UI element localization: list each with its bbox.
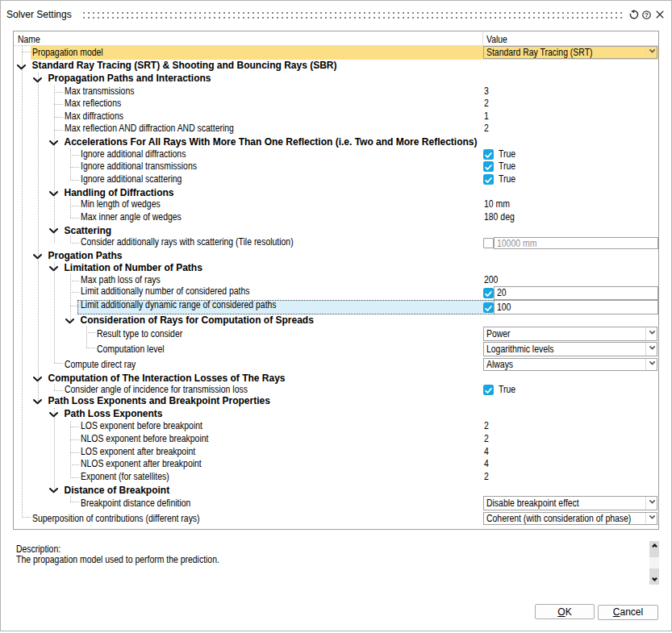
svg-text:?: ? [645, 11, 649, 19]
